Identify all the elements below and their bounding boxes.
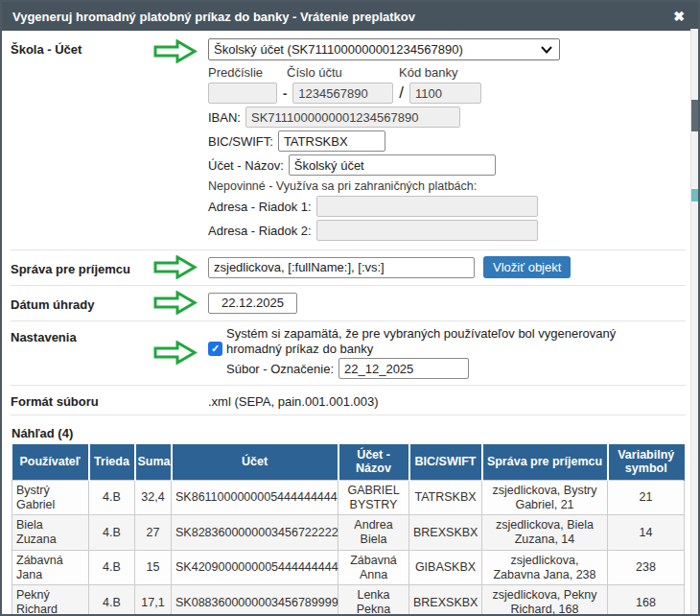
dialog-titlebar: Vygeneruj hromadný platobný príkaz do ba… <box>2 2 698 31</box>
table-cell: TATRSKBX <box>409 480 482 515</box>
preview-table: PoužívateľTriedaSumaÚčetÚčet - NázovBIC/… <box>12 444 685 616</box>
table-cell: zsjedlickova, Biela Zuzana, 14 <box>482 515 608 551</box>
table-cell: 21 <box>608 480 685 515</box>
insert-object-button[interactable]: Vložiť objekt <box>483 256 571 278</box>
pointer-arrow-icon <box>153 38 208 63</box>
table-cell: Lenka Pekna <box>338 585 409 616</box>
account-name-input[interactable] <box>289 154 496 176</box>
table-cell: 4.B <box>89 550 135 585</box>
table-cell: SK8283600000003456722222 <box>172 515 338 551</box>
school-account-label: Škola - Účet <box>11 38 153 57</box>
file-format-label: Formát súboru <box>11 391 153 409</box>
optional-note: Nepovinné - Využíva sa pri zahraničných … <box>208 179 686 193</box>
column-header: Variabilný symbol <box>608 444 685 480</box>
pointer-arrow-icon <box>153 291 208 315</box>
settings-section: Nastavenia Systém si zapamätá, že pre vy… <box>11 321 686 386</box>
column-header: Suma <box>135 444 172 480</box>
table-cell: SK4209000000005444444444 <box>172 550 338 585</box>
table-cell: Biela Zuzana <box>12 515 89 551</box>
table-cell: zsjedlickova, Zabavna Jana, 238 <box>482 550 608 585</box>
dash-separator: - <box>283 86 287 101</box>
close-icon[interactable]: ✖ <box>673 10 685 23</box>
scrollbar[interactable] <box>690 29 698 614</box>
table-row: Zábavná Jana4.B15SK420900000000544444444… <box>12 550 685 585</box>
bic-input[interactable] <box>278 130 385 152</box>
recipient-message-label: Správa pre príjemcu <box>11 258 153 276</box>
dialog-title: Vygeneruj hromadný platobný príkaz do ba… <box>12 10 415 24</box>
column-header: Používateľ <box>12 444 89 480</box>
school-account-section: Škola - Účet Školský účet (SK71110000000… <box>11 34 686 250</box>
preview-title: Náhľad (4) <box>12 426 686 440</box>
table-cell: 168 <box>608 585 685 616</box>
table-cell: Pekný Richard <box>12 585 89 616</box>
table-cell: 4.B <box>89 480 135 515</box>
prefix-label: Predčíslie <box>208 65 287 80</box>
preview-section: Náhľad (4) PoužívateľTriedaSumaÚčetÚčet … <box>11 415 686 616</box>
pointer-arrow-icon <box>153 326 208 365</box>
table-cell: 238 <box>608 550 685 585</box>
bank-code-input <box>409 83 481 104</box>
table-cell: 15 <box>135 550 172 585</box>
file-name-label: Súbor - Označenie: <box>226 362 334 376</box>
dialog-body: Škola - Účet Školský účet (SK71110000000… <box>2 31 698 616</box>
school-account-select-value: Školský účet (SK7111000000001234567890) <box>214 42 463 57</box>
table-cell: Bystrý Gabriel <box>12 480 89 515</box>
iban-input <box>245 107 460 128</box>
table-cell: BREXSKBX <box>409 515 482 551</box>
table-cell: 4.B <box>89 585 135 616</box>
payment-date-section: Dátum úhrady <box>11 286 686 321</box>
table-cell: GABRIEL BYSTRY <box>338 480 409 515</box>
payment-date-label: Dátum úhrady <box>11 294 153 312</box>
scrollbar-thumb[interactable] <box>691 100 698 131</box>
account-name-label: Účet - Názov: <box>208 158 284 173</box>
payment-date-input[interactable] <box>208 293 297 314</box>
address-line2-label: Adresa - Riadok 2: <box>208 224 312 238</box>
remember-text-line1: Systém si zapamätá, že pre vybraných pou… <box>226 326 686 341</box>
table-cell: Zábavná Anna <box>338 550 409 585</box>
table-cell: 14 <box>608 515 685 551</box>
file-name-input[interactable] <box>338 358 469 379</box>
table-cell: Andrea Biela <box>338 515 409 551</box>
settings-label: Nastavenia <box>11 326 153 344</box>
table-cell: SK0883600000003456789999 <box>172 585 338 616</box>
table-cell: SK8611000000005444444444 <box>172 480 338 515</box>
column-header: Správa pre príjemcu <box>482 444 608 480</box>
table-cell: 4.B <box>89 515 135 551</box>
table-header-row: PoužívateľTriedaSumaÚčetÚčet - NázovBIC/… <box>12 444 685 480</box>
column-header: BIC/SWIFT <box>409 444 482 480</box>
table-row: Bystrý Gabriel4.B32,4SK86110000000054444… <box>12 480 685 515</box>
address-line1-label: Adresa - Riadok 1: <box>208 200 312 214</box>
scrollbar-marker <box>691 189 698 201</box>
bank-code-label: Kód banky <box>399 65 457 80</box>
table-cell: BREXSKBX <box>409 585 482 616</box>
table-cell: Zábavná Jana <box>12 550 89 585</box>
recipient-message-input[interactable] <box>208 257 475 278</box>
table-row: Pekný Richard4.B17,1SK088360000000345678… <box>12 585 685 616</box>
school-account-select[interactable]: Školský účet (SK7111000000001234567890) <box>208 38 560 60</box>
file-format-value: .xml (SEPA, pain.001.001.003) <box>208 391 379 409</box>
table-row: Biela Zuzana4.B27SK828360000000345672222… <box>12 515 685 551</box>
remember-checkbox[interactable] <box>208 342 222 356</box>
chevron-down-icon <box>541 42 552 57</box>
table-cell: zsjedlickova, Pekny Richard, 168 <box>482 585 608 616</box>
address-line2-input <box>316 220 538 241</box>
iban-label: IBAN: <box>208 110 241 125</box>
column-header: Účet - Názov <box>338 444 409 480</box>
account-number-input <box>292 83 393 104</box>
remember-text-line2: hromadný príkaz do banky <box>226 342 373 356</box>
recipient-message-section: Správa pre príjemcu Vložiť objekt <box>11 250 686 286</box>
table-cell: 27 <box>135 515 172 551</box>
pointer-arrow-icon <box>153 255 208 279</box>
address-line1-input <box>316 196 538 217</box>
prefix-input <box>208 83 277 104</box>
table-cell: zsjedlickova, Bystry Gabriel, 21 <box>482 480 608 515</box>
table-cell: GIBASKBX <box>409 550 482 585</box>
bic-label: BIC/SWIFT: <box>208 134 273 149</box>
column-header: Trieda <box>89 444 135 480</box>
file-format-section: Formát súboru .xml (SEPA, pain.001.001.0… <box>11 386 686 415</box>
payment-order-dialog: Vygeneruj hromadný platobný príkaz do ba… <box>0 0 700 616</box>
table-cell: 32,4 <box>135 480 172 515</box>
table-cell: 17,1 <box>135 585 172 616</box>
account-number-label: Číslo účtu <box>287 65 399 80</box>
column-header: Účet <box>172 444 338 480</box>
